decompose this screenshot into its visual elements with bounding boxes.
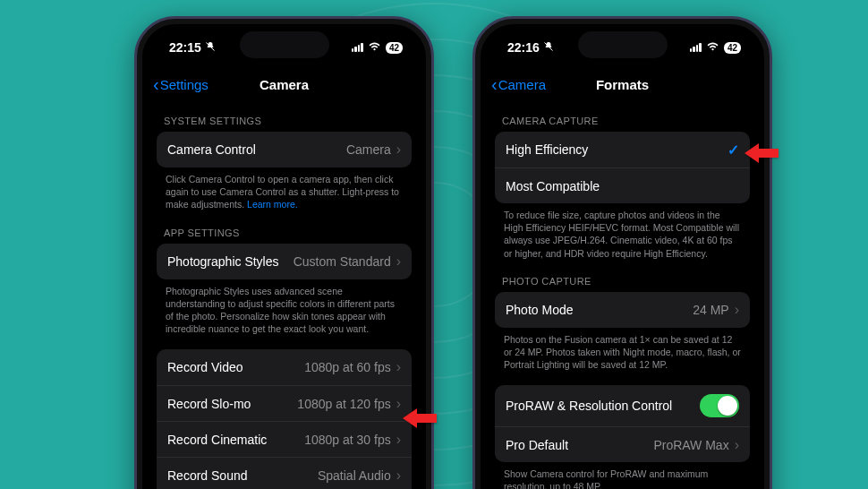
pointer-arrow-high-efficiency	[743, 142, 780, 165]
back-button[interactable]: ‹ Camera	[491, 74, 546, 95]
row-value: 1080p at 30 fps	[304, 433, 391, 447]
row-value: 24 MP	[693, 303, 728, 317]
chevron-left-icon: ‹	[153, 74, 159, 95]
wifi-icon	[368, 40, 381, 55]
section-header-app: APP SETTINGS	[157, 213, 412, 244]
section-header-system: SYSTEM SETTINGS	[157, 101, 412, 132]
chevron-right-icon: ›	[735, 437, 739, 453]
row-photo-mode[interactable]: Photo Mode 24 MP›	[495, 292, 750, 328]
row-photographic-styles[interactable]: Photographic Styles Custom Standard ›	[157, 244, 412, 279]
wifi-icon	[706, 40, 719, 55]
chevron-right-icon: ›	[735, 302, 739, 318]
row-record-sound[interactable]: Record Sound Spatial Audio›	[157, 457, 412, 489]
chevron-left-icon: ‹	[491, 74, 498, 95]
chevron-right-icon: ›	[396, 359, 401, 375]
chevron-right-icon: ›	[396, 432, 401, 448]
pointer-arrow-formats	[401, 407, 438, 430]
row-value: Spatial Audio	[318, 468, 391, 483]
footer-photo: Photos on the Fusion camera at 1× can be…	[495, 328, 750, 373]
bell-off-icon	[205, 40, 216, 55]
phone-left: 22:15 42 ‹ Settings C	[134, 16, 434, 489]
row-high-efficiency[interactable]: High Efficiency ✓	[495, 132, 750, 167]
dynamic-island	[578, 31, 668, 58]
cellular-icon	[690, 43, 702, 52]
status-time: 22:15	[169, 40, 201, 55]
battery-icon: 42	[386, 42, 403, 54]
row-record-cinematic[interactable]: Record Cinematic 1080p at 30 fps›	[157, 421, 412, 457]
section-header-capture: CAMERA CAPTURE	[495, 101, 750, 132]
row-camera-control[interactable]: Camera Control Camera ›	[157, 132, 412, 167]
learn-more-link[interactable]: Learn more.	[247, 199, 298, 210]
row-value: Camera	[346, 142, 391, 157]
footer-capture: To reduce file size, capture photos and …	[495, 203, 750, 262]
section-header-photo: PHOTO CAPTURE	[495, 262, 750, 292]
footer-camera-control: Click Camera Control to open a camera ap…	[157, 167, 412, 213]
row-value: ProRAW Max	[653, 438, 728, 452]
back-label: Settings	[160, 77, 208, 92]
row-value: 1080p at 120 fps	[297, 397, 390, 411]
chevron-right-icon: ›	[396, 468, 401, 484]
back-label: Camera	[498, 77, 546, 92]
row-record-video[interactable]: Record Video 1080p at 60 fps›	[157, 349, 412, 385]
row-pro-default[interactable]: Pro Default ProRAW Max›	[495, 426, 750, 462]
footer-proraw-1: Show Camera control for ProRAW and maxim…	[495, 462, 750, 489]
phone-right: 22:16 42 ‹ Camera For	[472, 16, 772, 489]
proraw-toggle[interactable]	[700, 394, 739, 417]
status-time: 22:16	[507, 40, 540, 55]
dynamic-island	[240, 31, 329, 58]
nav-bar: ‹ Camera Formats	[484, 67, 761, 101]
cellular-icon	[352, 43, 363, 52]
row-value: 1080p at 60 fps	[304, 360, 391, 374]
chevron-right-icon: ›	[396, 253, 401, 270]
back-button[interactable]: ‹ Settings	[153, 74, 208, 95]
battery-icon: 42	[724, 42, 741, 54]
checkmark-icon: ✓	[728, 142, 739, 159]
chevron-right-icon: ›	[396, 142, 401, 158]
row-proraw-control[interactable]: ProRAW & Resolution Control	[495, 385, 750, 426]
bell-off-icon	[543, 40, 554, 55]
footer-photographic-styles: Photographic Styles uses advanced scene …	[157, 279, 412, 338]
row-value: Custom Standard	[294, 254, 391, 269]
nav-bar: ‹ Settings Camera	[146, 67, 422, 101]
row-most-compatible[interactable]: Most Compatible	[495, 167, 750, 203]
row-record-slomo[interactable]: Record Slo-mo 1080p at 120 fps›	[157, 385, 412, 421]
